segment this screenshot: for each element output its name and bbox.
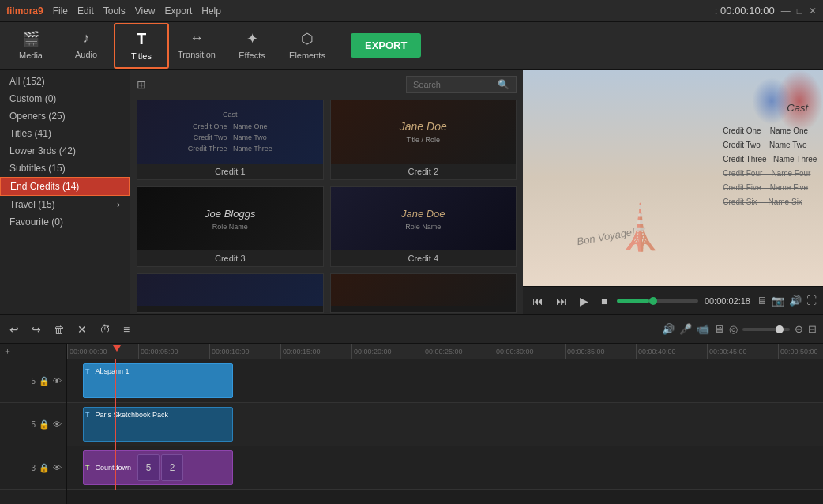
- credit-item-2[interactable]: Jane Doe Title / Role Credit 2: [330, 100, 517, 180]
- tool-titles[interactable]: T Titles: [114, 23, 169, 69]
- tool-transition[interactable]: ↔ Transition: [169, 23, 224, 69]
- zoom-handle[interactable]: [776, 325, 784, 333]
- sidebar-item-all[interactable]: All (152): [0, 73, 130, 90]
- menu-edit[interactable]: Edit: [77, 6, 94, 17]
- countdown-clip-icon: T: [85, 464, 90, 472]
- grid-view-icon[interactable]: ⊞: [137, 78, 146, 91]
- tool-titles-label: Titles: [131, 51, 152, 61]
- menu-view[interactable]: View: [135, 6, 156, 17]
- track-volume-icon[interactable]: 🔊: [662, 323, 675, 335]
- credit-item-5[interactable]: [137, 273, 324, 313]
- tool-media[interactable]: 🎬 Media: [3, 23, 58, 69]
- media-icon: 🎬: [22, 30, 39, 47]
- preview-extra-icons: 🖥 📷 🔊 ⛶: [757, 295, 817, 307]
- settings-button[interactable]: ≡: [120, 322, 133, 337]
- credit1-thumbnail: Cast Credit One Name One Credit Two Name…: [137, 100, 323, 164]
- play-button[interactable]: ▶: [577, 293, 592, 309]
- track3-lock-icon[interactable]: 🔒: [39, 463, 50, 473]
- credit-item-1[interactable]: Cast Credit One Name One Credit Two Name…: [137, 100, 324, 180]
- sidebar-item-custom[interactable]: Custom (0): [0, 90, 130, 107]
- search-input[interactable]: [413, 80, 498, 89]
- preview-canvas: 🗼 Bon Voyage! Cast Credit One Name One C…: [523, 70, 823, 286]
- ruler-40: 00:00:40:00: [636, 344, 676, 359]
- track-camera2-icon[interactable]: 📹: [697, 323, 709, 335]
- track2-lock-icon[interactable]: 🔒: [39, 419, 50, 430]
- clip-abspann[interactable]: T Abspann 1: [83, 363, 233, 398]
- timer-display: : 00:00:10:00: [715, 5, 775, 17]
- zoom-slider[interactable]: [742, 328, 790, 331]
- zoom-reset-icon[interactable]: ⊕: [795, 323, 803, 335]
- main-area: All (152) Custom (0) Openers (25) Titles…: [0, 70, 823, 314]
- sidebar-item-openers[interactable]: Openers (25): [0, 107, 130, 125]
- credit3-label: Credit 3: [137, 250, 323, 266]
- sidebar-item-subtitles[interactable]: Subtitles (15): [0, 160, 130, 177]
- progress-bar[interactable]: [617, 299, 697, 303]
- camera-icon[interactable]: 📷: [772, 295, 784, 307]
- topbar: filmora9 File Edit Tools View Export Hel…: [0, 0, 823, 22]
- timer-button[interactable]: ⏱: [96, 322, 114, 337]
- track1-lock-icon[interactable]: 🔒: [39, 376, 50, 386]
- export-button[interactable]: EXPORT: [351, 33, 421, 58]
- tool-audio-label: Audio: [75, 50, 97, 59]
- track3-eye-icon[interactable]: 👁: [53, 463, 62, 472]
- sidebar-item-favourite[interactable]: Favourite (0): [0, 213, 130, 231]
- preview-panel: 🗼 Bon Voyage! Cast Credit One Name One C…: [523, 70, 823, 314]
- cut-button[interactable]: ✕: [74, 322, 90, 337]
- track2-eye-icon[interactable]: 👁: [53, 419, 62, 429]
- credit-item-3[interactable]: Joe Bloggs Role Name Credit 3: [137, 186, 324, 267]
- menu-tools[interactable]: Tools: [103, 6, 126, 17]
- redo-button[interactable]: ↪: [28, 322, 44, 337]
- progress-handle[interactable]: [649, 297, 657, 305]
- menu-file[interactable]: File: [53, 6, 68, 17]
- ruler-5: 00:00:05:00: [138, 344, 179, 359]
- frame-back-button[interactable]: ⏭: [553, 293, 570, 309]
- credit5-thumbnail: [137, 274, 323, 306]
- layout-icon[interactable]: ⊟: [808, 323, 817, 335]
- menu-export[interactable]: Export: [165, 6, 193, 17]
- track-mic-icon[interactable]: 🎤: [679, 323, 692, 335]
- credit4-label: Credit 4: [331, 250, 517, 266]
- monitor-icon[interactable]: 🖥: [757, 295, 767, 307]
- cast-entry-6: Credit Six Name Six: [723, 195, 817, 209]
- sidebar-item-travel[interactable]: Travel (15) ›: [0, 196, 130, 213]
- delete-button[interactable]: 🗑: [51, 322, 68, 337]
- cast-entry-3: Credit Three Name Three: [723, 152, 817, 167]
- search-icon[interactable]: 🔍: [498, 79, 509, 90]
- time-display: 00:00:02:18: [705, 296, 750, 306]
- ruler-45: 00:00:45:00: [707, 344, 747, 359]
- track2-number: 5: [31, 420, 36, 429]
- skip-back-button[interactable]: ⏮: [529, 293, 547, 309]
- clip-countdown[interactable]: T Countdown 5 2: [83, 450, 233, 485]
- credit-item-6[interactable]: [330, 273, 517, 313]
- tracks-area: T Abspann 1 T Paris Sketchbook Pack: [67, 359, 823, 490]
- watercolor-blue-decoration: [752, 77, 791, 125]
- tool-elements[interactable]: ⬡ Elements: [280, 23, 335, 69]
- preview-controls: ⏮ ⏭ ▶ ■ 00:00:02:18 🖥 📷 🔊 ⛶: [523, 286, 823, 314]
- stop-button[interactable]: ■: [598, 293, 611, 309]
- sidebar-item-titles[interactable]: Titles (41): [0, 125, 130, 142]
- preview-background: 🗼 Bon Voyage! Cast Credit One Name One C…: [523, 70, 823, 286]
- sidebar-item-endcredits[interactable]: End Credits (14): [0, 177, 130, 196]
- credit-item-4[interactable]: Jane Doe Role Name Credit 4: [330, 186, 517, 267]
- close-btn[interactable]: ✕: [809, 6, 817, 17]
- tool-effects[interactable]: ✦ Effects: [224, 23, 280, 69]
- maximize-btn[interactable]: □: [797, 6, 802, 17]
- minimize-btn[interactable]: —: [781, 6, 791, 17]
- track1-eye-icon[interactable]: 👁: [53, 376, 62, 386]
- tool-audio[interactable]: ♪ Audio: [58, 23, 114, 69]
- clip-countdown-label: Countdown: [92, 462, 135, 473]
- volume-icon[interactable]: 🔊: [789, 295, 802, 307]
- undo-button[interactable]: ↩: [6, 322, 22, 337]
- ruler-35: 00:00:35:00: [565, 344, 605, 359]
- credit2-thumbnail: Jane Doe Title / Role: [331, 100, 517, 164]
- sidebar-item-lower3rds[interactable]: Lower 3rds (42): [0, 142, 130, 160]
- add-track-icon[interactable]: ＋: [3, 345, 12, 357]
- fullscreen-icon[interactable]: ⛶: [806, 295, 817, 307]
- track-eye-icon[interactable]: ◎: [729, 323, 738, 335]
- tool-media-label: Media: [19, 51, 43, 60]
- menu-help[interactable]: Help: [201, 6, 221, 17]
- transition-icon: ↔: [190, 30, 204, 47]
- track-display-icon[interactable]: 🖥: [714, 323, 724, 335]
- clip-paris[interactable]: T Paris Sketchbook Pack: [83, 407, 233, 442]
- content-panel: ⊞ 🔍 Cast Credit One Name One Credit Two …: [130, 70, 523, 314]
